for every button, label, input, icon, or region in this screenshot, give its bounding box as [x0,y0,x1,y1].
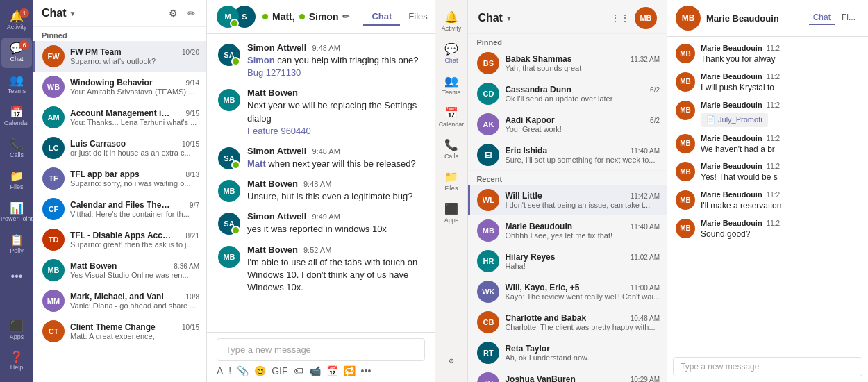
far-msg-avatar: MB [676,162,695,181]
right-chat-item[interactable]: CD Cassandra Dunn 6/2 Ok I'll send an up… [468,78,667,109]
chat-dropdown-icon[interactable]: ▼ [69,10,76,17]
nav-item-powerpoint[interactable]: 📊 PowerPoint [1,197,32,228]
right-recent-info: Joshua VanBuren 10:29 AM Thanks for revi… [505,374,660,382]
right-nav-calls[interactable]: 📞 Calls [436,133,467,164]
right-recent-item[interactable]: HR Hilary Reyes 11:02 AM Haha! [468,246,667,276]
right-settings-btn[interactable]: ⚙ [436,346,467,376]
nav-item-more[interactable]: ••• [1,261,32,292]
nav-item-calendar[interactable]: 📅 Calendar [1,101,32,132]
nav-item-help[interactable]: ❓ Help [1,346,32,376]
chat-list-item[interactable]: CF Calendar and Files Theming 9/7 Vittha… [33,194,206,224]
chat-list-item[interactable]: TD TFL - Disable Apps Access 8/21 Suparn… [33,224,206,255]
gif-icon[interactable]: GIF [272,365,287,376]
chat-list-item[interactable]: CT Client Theme Change 10/15 Matt: A gre… [33,316,206,347]
far-right-header: MB Marie Beaudouin Chat Fi... [667,0,868,37]
nav-item-files[interactable]: 📁 Files [1,165,32,196]
right-recent-item[interactable]: CB Charlotte and Babak 10:48 AM Charlott… [468,307,667,338]
schedule-icon[interactable]: 📅 [326,365,338,376]
right-recent-preview: Kayo: The review went really well! Can't… [505,292,660,301]
nav-item-chat[interactable]: 💬 Chat 6 [1,38,32,68]
format-icon[interactable]: A [217,365,223,376]
right-recent-item[interactable]: JV Joshua VanBuren 10:29 AM Thanks for r… [468,368,667,382]
loop-icon[interactable]: 🔁 [344,365,356,376]
right-recent-preview: Ohhhh I see, yes let me fix that! [505,231,660,240]
right-chat-icon: 💬 [444,42,458,56]
msg-sender: Matt Bowen [247,88,298,98]
edit-icon[interactable]: ✏ [342,12,349,22]
more-toolbar-icon[interactable]: ••• [361,365,372,376]
right-recent-avatar: HR [477,250,499,272]
right-chat-dropdown-icon[interactable]: ▼ [506,15,512,22]
right-recent-item[interactable]: RT Reta Taylor Ah, ok I understand now. [468,338,667,368]
far-right-tab-files[interactable]: Fi... [837,11,860,25]
right-nav-activity[interactable]: 🔔 Activity [436,6,467,36]
right-nav-sidebar: 🔔 Activity 💬 Chat 👥 Teams 📅 Calendar 📞 C… [435,0,468,382]
help-icon: ❓ [10,351,24,363]
right-recent-item[interactable]: MB Marie Beaudouin 11:40 AM Ohhhh I see,… [468,215,667,246]
chat-item-name: Mark, Michael, and Vani [70,292,164,301]
msg-sender: Matt Bowen [247,244,298,255]
msg-link[interactable]: Feature 960440 [247,126,311,136]
right-nav-chat[interactable]: 💬 Chat [436,38,467,68]
chat-list-item[interactable]: AM Account Management in S... 9/15 You: … [33,102,206,133]
right-chat-item[interactable]: AK Aadi Kapoor 6/2 You: Great work! [468,109,667,140]
nav-label-files: Files [10,183,23,190]
right-chat-item[interactable]: BS Babak Shammas 11:32 AM Yah, that soun… [468,48,667,78]
right-chat-preview: Yah, that sounds great [505,64,660,72]
nav-item-polly[interactable]: 📋 Polly [1,229,32,260]
far-msg-sender: Marie Beaudouin [701,72,762,81]
msg-time: 9:48 AM [303,180,331,188]
right-nav-apps[interactable]: ⬛ Apps [436,197,467,228]
chat-item-avatar: TD [42,229,65,251]
emoji-icon[interactable]: 😊 [254,365,266,376]
chat-list-item[interactable]: LC Luis Carrasco 10/15 or just do it in … [33,133,206,163]
participant-matt: Matt, [272,11,295,22]
right-recent-time: 10:48 AM [631,315,660,322]
right-nav-calendar[interactable]: 📅 Calendar [436,101,467,132]
right-chat-item[interactable]: EI Eric Ishida 11:40 AM Sure, I'll set u… [468,140,667,170]
msg-text: Simon can you help with triaging this on… [247,54,424,67]
chat-item-time: 9/15 [186,110,199,117]
right-chat-title-text: Chat [478,12,503,24]
chat-list-item[interactable]: TF TFL app bar apps 8/13 Suparno: sorry,… [33,163,206,194]
chat-item-top: TFL - Disable Apps Access 8/21 [70,231,199,240]
nav-item-activity[interactable]: 🔔 Activity 1 [1,6,32,36]
msg-link[interactable]: Bug 1271130 [247,67,301,78]
right-filter-button[interactable]: ⋮⋮ [608,10,632,26]
nav-item-apps[interactable]: ⬛ Apps [1,315,32,346]
calendar-icon: 📅 [10,107,24,118]
far-msg-sender: Marie Beaudouin [701,219,762,227]
right-chat-preview: You: Great work! [505,125,660,133]
far-msg-sender: Marie Beaudouin [701,134,762,142]
right-nav-teams[interactable]: 👥 Teams [436,69,467,100]
right-nav-files[interactable]: 📁 Files [436,165,467,196]
online-dot-2 [299,14,305,19]
nav-item-teams[interactable]: 👥 Teams [1,69,32,100]
chat-input-box[interactable]: Type a new message [217,338,425,361]
right-recent-name: Reta Taylor [505,344,549,354]
chat-item-name: TFL - Disable Apps Access [70,231,174,240]
msg-content: Matt Bowen 9:48 AM Unsure, but is this e… [247,178,424,203]
new-chat-button[interactable]: ✏ [185,6,198,21]
exclamation-icon[interactable]: ! [228,365,231,376]
filter-button[interactable]: ⚙ [167,6,180,21]
far-msg-text: Yes! That would be s [701,172,860,183]
far-right-tab-chat[interactable]: Chat [809,11,835,25]
msg-header: Simon Attwell 9:49 AM [247,211,424,222]
attach-icon[interactable]: 📎 [237,365,249,376]
calls-icon: 📞 [10,139,24,150]
msg-sender: Simon Attwell [247,42,306,53]
chat-list-item[interactable]: MB Matt Bowen 8:36 AM Yes Visual Studio … [33,255,206,285]
msg-avatar: SA [218,147,240,169]
sticker-icon[interactable]: 🏷 [294,365,303,376]
tab-chat[interactable]: Chat [363,8,400,26]
nav-item-calls[interactable]: 📞 Calls [1,133,32,164]
tab-files[interactable]: Files [400,8,435,26]
chat-list-item[interactable]: WB Windowing Behavior 9/14 You: Amitabh … [33,72,206,102]
far-right-input[interactable]: Type a new message [673,357,862,376]
chat-list-item[interactable]: FW FW PM Team 10/20 Suparno: what's outl… [33,41,206,72]
right-recent-item[interactable]: WK Will, Kayo, Eric, +5 11:00 AM Kayo: T… [468,276,667,307]
meet-icon[interactable]: 📹 [309,365,321,376]
chat-list-item[interactable]: MM Mark, Michael, and Vani 10/8 Vanic: D… [33,285,206,316]
right-recent-item[interactable]: WL Will Little 11:42 AM I don't see that… [468,185,667,215]
